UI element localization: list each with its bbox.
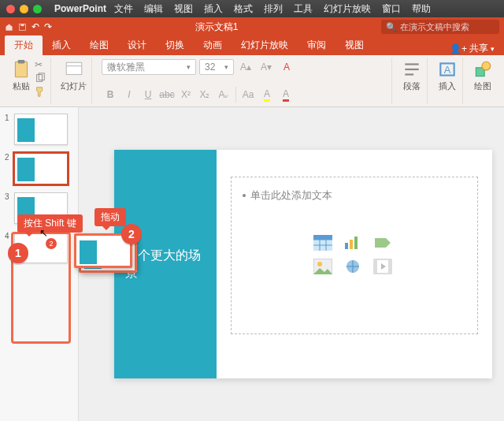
document-titlebar: ↶ ↷ 演示文稿1 🔍 在演示文稿中搜索 <box>0 17 504 36</box>
svg-rect-23 <box>354 237 358 249</box>
tab-home[interactable]: 开始 <box>5 35 43 55</box>
thumbnail-item[interactable]: 1 <box>5 114 73 145</box>
group-draw: 绘图 <box>468 58 498 104</box>
content-icons <box>313 234 396 275</box>
close-window-button[interactable] <box>6 5 15 13</box>
slide-canvas-area[interactable]: 一个更大的场景 单击此处添加文本 <box>79 107 504 421</box>
italic-button[interactable]: I <box>120 87 138 102</box>
svg-text:A: A <box>444 64 451 76</box>
thumbnail-item[interactable]: 2 <box>5 153 73 184</box>
menu-file[interactable]: 文件 <box>114 2 133 16</box>
slide[interactable]: 一个更大的场景 单击此处添加文本 <box>114 150 492 378</box>
chevron-down-icon: ▾ <box>187 63 191 71</box>
annotation-badge-1: 1 <box>8 243 28 263</box>
insert-picture-icon[interactable] <box>313 258 333 275</box>
spacing-button[interactable]: Aᵥ <box>215 87 232 102</box>
insert-label: 插入 <box>439 80 456 92</box>
menu-edit[interactable]: 编辑 <box>144 2 163 16</box>
case-button[interactable]: Aa <box>239 87 257 102</box>
clear-format-button[interactable]: A <box>278 59 295 75</box>
tab-slideshow[interactable]: 幻灯片放映 <box>232 35 298 55</box>
insert-chart-icon[interactable] <box>343 234 363 251</box>
paste-label: 粘贴 <box>13 80 30 92</box>
bold-button[interactable]: B <box>102 87 119 102</box>
group-font: 微软雅黑▾ 32▾ A▴ A▾ A B I U abc X² X₂ Aᵥ Aa … <box>97 58 392 104</box>
format-painter-icon[interactable] <box>35 86 46 97</box>
minimize-window-button[interactable] <box>20 5 28 13</box>
decrease-font-button[interactable]: A▾ <box>258 59 275 75</box>
chevron-down-icon: ▾ <box>224 63 228 71</box>
draw-label: 绘图 <box>474 80 491 92</box>
search-input[interactable]: 🔍 在演示文稿中搜索 <box>381 20 499 34</box>
ribbon: 粘贴 ✂ 幻灯片 微软雅黑▾ 32▾ A▴ A▾ A B I U abc <box>0 55 504 107</box>
underline-button[interactable]: U <box>139 87 157 102</box>
paste-button[interactable]: 粘贴 <box>11 59 32 92</box>
tab-insert[interactable]: 插入 <box>43 35 80 55</box>
tab-animation[interactable]: 动画 <box>194 35 232 55</box>
menu-help[interactable]: 帮助 <box>412 2 431 16</box>
insert-smartart-icon[interactable] <box>372 234 393 251</box>
superscript-button[interactable]: X² <box>177 87 195 102</box>
insert-online-picture-icon[interactable] <box>343 258 363 275</box>
slide-label: 幻灯片 <box>61 80 87 92</box>
home-icon[interactable] <box>5 23 13 32</box>
cut-icon[interactable]: ✂ <box>35 59 46 70</box>
share-label: 共享 <box>469 42 488 55</box>
content-placeholder[interactable]: 单击此处添加文本 <box>231 177 478 334</box>
app-name: PowerPoint <box>54 3 106 14</box>
menu-format[interactable]: 格式 <box>234 2 253 16</box>
thumbnail-number: 1 <box>5 114 11 122</box>
svg-rect-3 <box>18 60 25 63</box>
redo-icon[interactable]: ↷ <box>44 21 52 32</box>
draw-button[interactable]: 绘图 <box>472 59 493 92</box>
menubar: 文件 编辑 视图 插入 格式 排列 工具 幻灯片放映 窗口 帮助 <box>114 2 431 16</box>
thumbnail-slide[interactable] <box>14 114 68 145</box>
menu-tools[interactable]: 工具 <box>294 2 313 16</box>
subscript-button[interactable]: X₂ <box>196 87 213 102</box>
tab-review[interactable]: 审阅 <box>298 35 335 55</box>
search-icon: 🔍 <box>386 22 397 32</box>
tab-transition[interactable]: 切换 <box>156 35 194 55</box>
menu-window[interactable]: 窗口 <box>382 2 401 16</box>
menu-view[interactable]: 视图 <box>174 2 193 16</box>
svg-rect-22 <box>350 240 353 249</box>
new-slide-icon <box>64 59 84 80</box>
font-color-button[interactable]: A <box>277 87 295 102</box>
copy-icon[interactable] <box>35 73 46 84</box>
menu-arrange[interactable]: 排列 <box>264 2 283 16</box>
strike-button[interactable]: abc <box>158 87 176 102</box>
new-slide-button[interactable]: 幻灯片 <box>61 59 87 92</box>
svg-point-25 <box>317 262 322 266</box>
menu-insert[interactable]: 插入 <box>204 2 223 16</box>
thumbnail-number: 3 <box>5 192 11 201</box>
undo-icon[interactable]: ↶ <box>32 21 39 32</box>
tab-design[interactable]: 设计 <box>118 35 156 55</box>
font-name-select[interactable]: 微软雅黑▾ <box>102 59 196 75</box>
highlight-button[interactable]: A <box>258 87 276 102</box>
svg-point-14 <box>482 61 491 70</box>
window-controls <box>6 5 42 13</box>
insert-button[interactable]: A 插入 <box>437 59 458 92</box>
font-name-value: 微软雅黑 <box>107 61 145 74</box>
annotation-badge-2: 2 <box>121 224 142 244</box>
svg-rect-20 <box>313 235 332 240</box>
tab-draw[interactable]: 绘图 <box>80 35 118 55</box>
increase-font-button[interactable]: A▴ <box>237 59 254 75</box>
svg-rect-29 <box>388 259 391 274</box>
tab-view[interactable]: 视图 <box>335 35 373 55</box>
svg-rect-28 <box>374 259 377 274</box>
svg-rect-21 <box>345 243 348 249</box>
placeholder-prompt: 单击此处添加文本 <box>243 188 466 203</box>
menu-slideshow[interactable]: 幻灯片放映 <box>324 2 371 16</box>
insert-video-icon[interactable] <box>372 258 393 275</box>
svg-rect-1 <box>20 24 24 26</box>
group-clipboard: 粘贴 ✂ <box>6 58 51 104</box>
thumbnail-slide[interactable] <box>14 153 68 184</box>
share-button[interactable]: 👤+ 共享 ▾ <box>445 42 499 55</box>
zoom-window-button[interactable] <box>33 5 42 13</box>
font-size-select[interactable]: 32▾ <box>199 59 234 75</box>
save-icon[interactable] <box>18 23 27 32</box>
insert-table-icon[interactable] <box>313 234 333 251</box>
paragraph-button[interactable]: 段落 <box>402 59 422 92</box>
thumbnail-panel[interactable]: 1 2 3 4 <box>0 107 79 421</box>
